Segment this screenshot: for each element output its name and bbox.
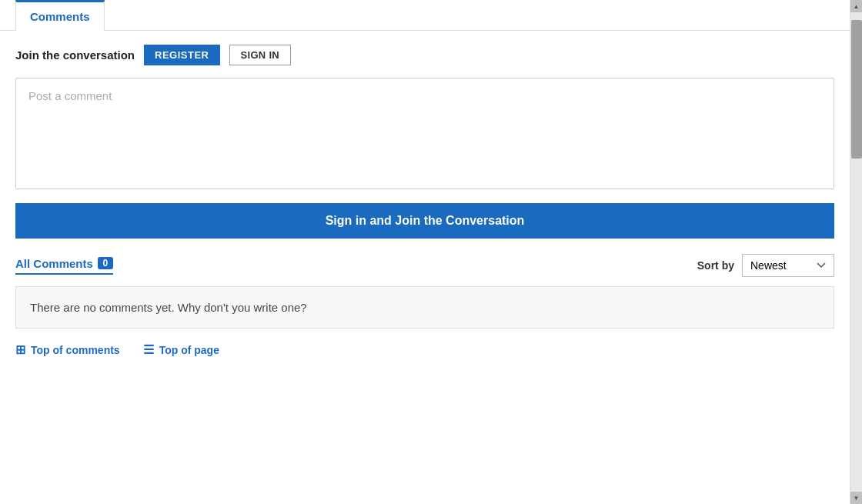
top-of-comments-label: Top of comments xyxy=(31,344,120,356)
scrollbar-track[interactable] xyxy=(850,12,862,492)
all-comments-section: All Comments 0 xyxy=(15,257,113,275)
all-comments-label: All Comments xyxy=(15,257,93,270)
join-row: Join the conversation REGISTER SIGN IN xyxy=(0,31,850,78)
comment-area-wrapper xyxy=(15,78,834,192)
all-comments-row: All Comments 0 Sort by Newest Oldest Mos… xyxy=(0,239,850,283)
scrollbar-down-arrow[interactable]: ▼ xyxy=(850,492,863,504)
scrollbar-up-arrow[interactable]: ▲ xyxy=(850,0,863,12)
top-of-page-icon: ☰ xyxy=(143,342,154,357)
join-label: Join the conversation xyxy=(15,48,135,62)
no-comments-box: There are no comments yet. Why don't you… xyxy=(15,286,834,329)
top-of-comments-icon: ⊞ xyxy=(15,342,25,357)
scrollbar: ▲ ▼ xyxy=(850,0,862,504)
top-of-comments-link[interactable]: ⊞ Top of comments xyxy=(15,342,120,357)
register-button[interactable]: REGISTER xyxy=(144,45,219,65)
signin-button[interactable]: SIGN IN xyxy=(229,45,292,65)
tabs-container: Comments xyxy=(0,0,850,31)
sort-row: Sort by Newest Oldest Most Liked xyxy=(697,254,834,277)
tab-comments[interactable]: Comments xyxy=(15,0,105,31)
signin-join-button[interactable]: Sign in and Join the Conversation xyxy=(15,203,834,239)
comments-count-badge: 0 xyxy=(98,257,113,269)
top-of-page-label: Top of page xyxy=(159,344,219,356)
main-content: Comments Join the conversation REGISTER … xyxy=(0,0,850,504)
scrollbar-thumb[interactable] xyxy=(851,20,862,159)
sort-by-label: Sort by xyxy=(697,259,734,272)
top-of-page-link[interactable]: ☰ Top of page xyxy=(143,342,219,357)
comment-textarea[interactable] xyxy=(15,78,834,189)
no-comments-text: There are no comments yet. Why don't you… xyxy=(30,301,307,314)
sort-select[interactable]: Newest Oldest Most Liked xyxy=(742,254,834,277)
footer-links: ⊞ Top of comments ☰ Top of page xyxy=(0,329,850,357)
